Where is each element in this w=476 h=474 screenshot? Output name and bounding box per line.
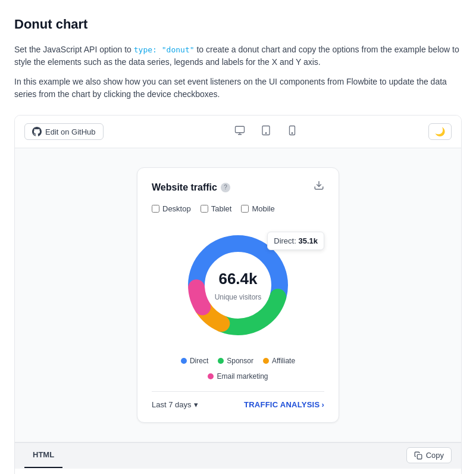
help-icon[interactable]: ? [221,183,230,192]
svg-point-6 [292,133,293,134]
donut-value: 66.4k [215,267,262,291]
legend-item-sponsor: Sponsor [218,356,253,366]
checkbox-desktop[interactable]: Desktop [152,203,191,215]
tooltip-label: Direct: [274,236,296,245]
code-area: HTML Copy <div class="max-w-sm w-full bg… [15,442,461,474]
copy-icon [414,451,422,460]
legend-dot-direct [181,358,187,364]
donut-wrapper: 66.4k Unique visitors Direct: 35.1k [152,226,324,345]
legend-dot-sponsor [218,358,224,364]
dark-mode-toggle[interactable]: 🌙 [428,123,452,140]
chart-card: Website traffic ? Desktop Table [137,167,339,423]
checkbox-tablet[interactable]: Tablet [201,203,232,215]
download-icon[interactable] [314,180,324,195]
donut-center: 66.4k Unique visitors [215,267,262,303]
code-tabs: HTML Copy [15,442,461,468]
tablet-view-button[interactable] [255,121,277,142]
preview-content: Website traffic ? Desktop Table [15,148,461,442]
checkbox-mobile[interactable]: Mobile [241,203,274,215]
period-select[interactable]: Last 7 days ▾ [152,399,198,411]
checkbox-tablet-input[interactable] [201,205,208,213]
copy-button[interactable]: Copy [406,447,452,463]
page-title: Donut chart [14,14,462,34]
card-header: Website traffic ? [152,180,324,195]
traffic-analysis-link[interactable]: TRAFFIC ANALYSIS › [244,399,324,411]
mobile-icon [287,125,298,136]
tablet-icon [261,125,271,136]
legend-dot-email [208,373,214,379]
preview-toolbar: Edit on GitHub 🌙 [15,116,461,148]
svg-rect-0 [235,126,244,133]
tooltip-value: 35.1k [298,236,318,245]
donut-label: Unique visitors [215,293,262,301]
page-description-1: Set the JavaScript API option to type: "… [14,43,462,68]
preview-box: Edit on GitHub 🌙 Webs [14,115,462,474]
toolbar-icons [229,121,303,142]
svg-rect-13 [417,454,422,459]
github-icon [32,127,42,136]
svg-point-4 [265,133,267,134]
desktop-view-button[interactable] [229,121,250,142]
legend-item-affiliate: Affiliate [263,356,295,366]
legend-item-direct: Direct [181,356,208,366]
card-title-row: Website traffic ? [152,180,230,195]
donut-tooltip: Direct: 35.1k [267,232,324,251]
checkbox-mobile-input[interactable] [241,205,249,213]
legend-item-email: Email marketing [208,371,268,382]
mobile-view-button[interactable] [281,121,303,142]
edit-github-button[interactable]: Edit on GitHub [24,123,104,140]
checkbox-desktop-input[interactable] [152,205,159,213]
checkbox-row: Desktop Tablet Mobile [152,203,324,215]
tab-html[interactable]: HTML [24,443,62,468]
card-divider [152,391,324,392]
page-description-2: In this example we also show how you can… [14,76,462,101]
card-title: Website traffic [152,180,217,195]
legend-dot-affiliate [263,358,269,364]
legend: Direct Sponsor Affiliate Email marketing [152,356,324,382]
desktop-icon [234,125,245,136]
card-footer: Last 7 days ▾ TRAFFIC ANALYSIS › [152,399,324,411]
code-block: <div class="max-w-sm w-full bg-white rou… [15,468,461,475]
